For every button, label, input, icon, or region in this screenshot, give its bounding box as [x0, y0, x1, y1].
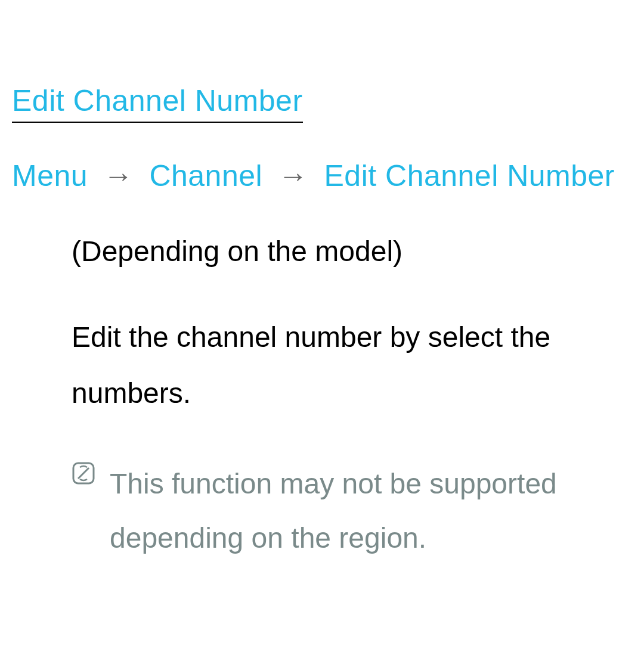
section-edit-channel-number: Edit Channel Number Menu → Channel → Edi… — [12, 83, 632, 566]
note-row: This function may not be supported depen… — [72, 457, 608, 565]
model-qualifier: (Depending on the model) — [72, 235, 608, 268]
arrow-icon: → — [103, 159, 134, 193]
section-title: Edit Channel Number — [12, 83, 303, 123]
svg-line-1 — [78, 468, 89, 479]
section-title: Crosstalk noise reduction — [14, 655, 357, 658]
content-block: (Depending on the model) Edit the channe… — [12, 235, 632, 566]
breadcrumb-item-channel: Channel — [149, 159, 262, 193]
breadcrumb-item-edit-channel-number: Edit Channel Number — [324, 159, 615, 193]
description-text: Edit the channel number by select the nu… — [72, 309, 608, 421]
breadcrumb: Menu → Channel → Edit Channel Number — [12, 159, 632, 193]
note-text: This function may not be supported depen… — [110, 457, 608, 565]
arrow-icon: → — [278, 159, 309, 193]
breadcrumb-item-menu: Menu — [12, 159, 88, 193]
note-icon — [72, 461, 95, 488]
section-crosstalk-noise-reduction: Crosstalk noise reduction Menu → Channel… — [12, 655, 632, 658]
